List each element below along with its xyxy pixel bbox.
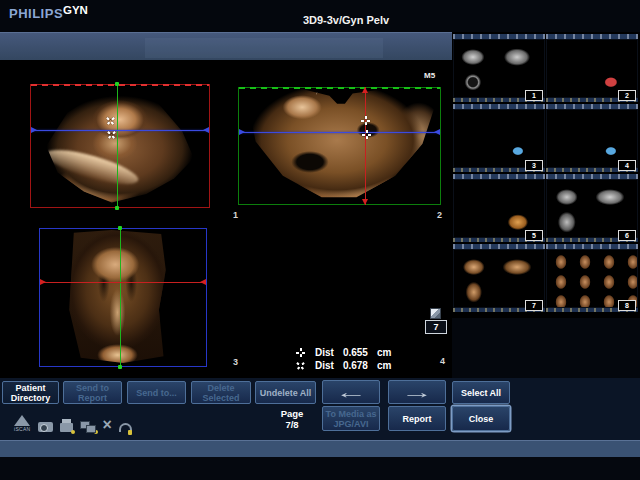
roi-box-red [30, 84, 210, 208]
thumbnail-gallery: 1 2 3 4 5 6 7 8 [452, 32, 640, 318]
next-page-button[interactable]: → [388, 380, 446, 404]
plus-caliper-marker [361, 116, 370, 125]
ultrasound-screen: PHILIPS GYN 3D9-3v/Gyn Pelv M5 [0, 0, 640, 480]
axis-line-red-horizontal [40, 282, 206, 283]
system-status-icons: iSCAN × [14, 410, 132, 432]
philips-logo: PHILIPS [9, 6, 63, 21]
send-to-button[interactable]: Send to... [127, 381, 186, 404]
measurement-unit: cm [377, 347, 391, 358]
image-review-area: M5 [0, 60, 452, 378]
quadrant-label-4: 4 [440, 356, 445, 366]
thumbnail-number: 5 [525, 230, 543, 241]
plus-caliper-icon [296, 348, 305, 357]
page-indicator: Page 7/8 [268, 408, 316, 430]
headset-icon [119, 423, 132, 432]
axis-line-red-vertical [365, 87, 366, 205]
thumbnail-number: 8 [618, 300, 636, 311]
thumbnail-3[interactable]: 3 [453, 104, 545, 172]
roi-box-blue [39, 228, 207, 367]
measurement-results: Dist 0.655 cm Dist 0.678 cm [296, 346, 391, 372]
bottom-highlight-bar [0, 440, 640, 458]
measurement-row: Dist 0.678 cm [296, 359, 391, 372]
iscan-icon: iSCAN [14, 415, 31, 432]
measurement-row: Dist 0.655 cm [296, 346, 391, 359]
measurement-label: Dist [315, 360, 334, 371]
delete-selected-button[interactable]: Delete Selected [191, 381, 251, 404]
undelete-all-button[interactable]: Undelete All [255, 381, 316, 404]
network-icon [80, 421, 96, 432]
thumbnail-2[interactable]: 2 [546, 34, 638, 102]
thumbnail-number: 1 [525, 90, 543, 101]
x-caliper-icon [294, 359, 307, 372]
header-inner-panel [145, 38, 383, 58]
axis-line-green-vertical [120, 228, 121, 367]
measurement-value: 0.655 [343, 347, 368, 358]
quadrant-label-2: 2 [437, 210, 442, 220]
measurement-unit: cm [377, 360, 391, 371]
disconnect-icon: × [103, 418, 112, 432]
thumbnail-8[interactable]: 8 [546, 244, 638, 312]
close-button[interactable]: Close [452, 406, 510, 431]
thumbnail-number: 3 [525, 160, 543, 171]
thumbnail-number: 7 [525, 300, 543, 311]
disc-icon [38, 422, 53, 432]
thumbnail-5[interactable]: 5 [453, 174, 545, 242]
plus-caliper-marker [362, 130, 371, 139]
frame-number-indicator: 7 [425, 320, 447, 334]
to-media-button[interactable]: To Media as JPG/AVI [322, 406, 380, 431]
patient-directory-button[interactable]: Patient Directory [2, 381, 59, 404]
printer-icon [60, 423, 73, 432]
thumbnail-1[interactable]: 1 [453, 34, 545, 102]
thumbnail-4[interactable]: 4 [546, 104, 638, 172]
measurement-value: 0.678 [343, 360, 368, 371]
header-bar [0, 32, 452, 61]
axis-line-green-vertical [117, 84, 118, 208]
roi-box-green [238, 87, 441, 205]
thumbnail-number: 2 [618, 90, 636, 101]
arrow-left-icon: ← [335, 384, 367, 401]
previous-page-button[interactable]: ← [322, 380, 380, 404]
thumbnail-number: 6 [618, 230, 636, 241]
thumbnail-number: 4 [618, 160, 636, 171]
axis-line-blue-horizontal [239, 132, 440, 133]
bottom-black-strip [0, 457, 640, 480]
quadrant-label-3: 3 [233, 357, 238, 367]
probe-preset-title: 3D9-3v/Gyn Pelv [240, 14, 452, 26]
report-button[interactable]: Report [388, 406, 446, 431]
select-all-button[interactable]: Select All [452, 381, 510, 404]
measurement-label: Dist [315, 347, 334, 358]
exam-type-label: GYN [63, 4, 88, 16]
axis-line-blue-horizontal [31, 130, 209, 131]
cube-icon [430, 308, 441, 319]
send-to-report-button[interactable]: Send to Report [63, 381, 122, 404]
thumbnail-6[interactable]: 6 [546, 174, 638, 242]
thumbnail-7[interactable]: 7 [453, 244, 545, 312]
arrow-right-icon: → [401, 384, 433, 401]
quadrant-label-1: 1 [233, 210, 238, 220]
